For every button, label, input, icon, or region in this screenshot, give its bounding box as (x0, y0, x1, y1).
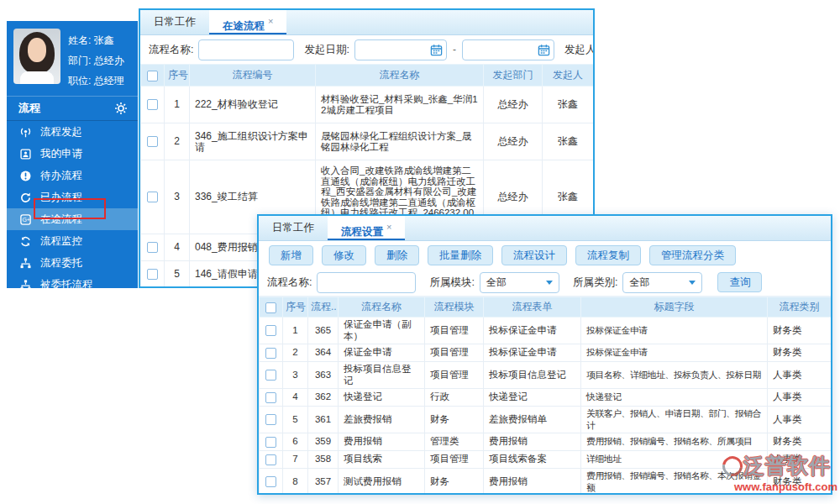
category-select-value: 全部 (629, 276, 649, 290)
cell-initiator: 张鑫 (543, 123, 594, 160)
user-dept-row: 部门: 总经办 (68, 50, 124, 71)
cell-flow-name: 快递登记 (339, 389, 425, 407)
table-row[interactable]: 6 359 费用报销 管理类 费用报销 费用报销、报销编号、报销名称、所属项目 … (260, 433, 832, 451)
cell-index: 6 (283, 433, 308, 451)
row-checkbox-cell (260, 344, 283, 362)
front-filterbar: 流程名称: 所属模块: 全部 所属类别: 全部 查询 (259, 269, 831, 297)
tab-daily-work[interactable]: 日常工作 (259, 216, 328, 240)
cell-flow-id: 365 (308, 318, 339, 344)
row-checkbox[interactable] (265, 437, 276, 448)
cell-flow-code: 222_材料验收登记 (190, 87, 316, 123)
toolbar-button[interactable]: 管理流程分类 (649, 245, 736, 265)
flow-name-input[interactable] (317, 272, 416, 293)
table-row[interactable]: 2 364 保证金申请 项目管理 投标保证金申请 投标保证金申请 财务类 (260, 344, 832, 362)
sidebar-item-pending-flows[interactable]: 待办流程 (7, 165, 138, 186)
flow-settings-window: 日常工作 流程设置× 新增修改删除批量删除流程设计流程复制管理流程分类 流程名称… (257, 214, 832, 495)
sidebar-item-completed-flows[interactable]: 已办流程 (7, 186, 138, 208)
column-header: 流程.. (308, 297, 339, 318)
cell-flow-module: 项目管理 (425, 362, 484, 389)
flow-name-input[interactable] (198, 39, 294, 60)
select-all-cell (260, 297, 283, 318)
user-profile: 姓名: 张鑫 部门: 总经办 职位: 总经理 (7, 21, 138, 96)
toolbar-button[interactable]: 修改 (322, 245, 366, 265)
row-checkbox[interactable] (147, 242, 158, 253)
cell-index: 3 (283, 362, 308, 389)
column-header: 流程模块 (425, 297, 484, 318)
search-button[interactable]: 查询 (717, 272, 762, 292)
cell-index: 2 (283, 344, 308, 362)
close-icon[interactable]: × (386, 222, 391, 232)
cell-index: 5 (283, 407, 308, 433)
sidebar-item-label: 待办流程 (40, 169, 82, 183)
table-row[interactable]: 1 365 保证金申请（副本） 项目管理 投标保证金申请 投标保证金申请 财务类 (260, 318, 832, 344)
sidebar-item-delegated-to-me-flows[interactable]: 被委托流程 (7, 274, 138, 288)
cell-flow-form: 投标项目信息登记 (484, 362, 581, 389)
row-checkbox[interactable] (147, 99, 158, 110)
tab-daily-work[interactable]: 日常工作 (140, 10, 209, 34)
row-checkbox[interactable] (265, 392, 276, 403)
table-row[interactable]: 3 363 投标项目信息登记 项目管理 投标项目信息登记 项目名称、详细地址、投… (260, 362, 832, 389)
table-row[interactable]: 7 358 项目线索 项目管理 项目线索备案 详细地址 人事类 (260, 451, 832, 469)
close-icon[interactable]: × (268, 16, 273, 26)
row-checkbox[interactable] (147, 192, 158, 202)
table-row[interactable]: 1 222_材料验收登记 材料验收登记_材料采购_张鑫_华润12城房建工程项目 … (141, 87, 594, 123)
row-checkbox[interactable] (265, 348, 276, 359)
gear-icon[interactable] (114, 102, 128, 115)
row-checkbox-cell (260, 318, 283, 344)
table-row[interactable]: 5 361 差旅费报销 财务 差旅费报销单 关联客户、报销人、申请日期、部门、报… (260, 407, 832, 433)
table-row[interactable]: 4 362 快递登记 行政 快递登记 快递登记 人事类 (260, 389, 832, 407)
sidebar-item-process-initiate[interactable]: 流程发起 (7, 121, 138, 143)
cell-flow-category: 人事类 (768, 451, 832, 469)
toolbar-button[interactable]: 批量删除 (428, 245, 493, 265)
sidebar-item-label: 已办流程 (40, 191, 82, 205)
toolbar-button[interactable]: 流程设计 (501, 245, 567, 265)
cell-index: 1 (165, 87, 190, 123)
cell-flow-module: 项目管理 (425, 318, 484, 344)
cell-index: 4 (283, 389, 308, 407)
row-checkbox[interactable] (265, 476, 276, 487)
row-checkbox-cell (260, 469, 283, 496)
monitor-refresh-icon (18, 234, 32, 248)
cell-flow-id: 362 (308, 389, 339, 407)
calendar-icon[interactable] (538, 44, 550, 56)
sidebar-item-flow-delegate[interactable]: 流程委托 (7, 252, 138, 274)
table-row[interactable]: 2 346_施工组织设计方案申请 晟铭园林绿化工程组织设计方案_晟铭园林绿化工程… (141, 123, 594, 160)
column-header: 流程名称 (339, 297, 425, 318)
row-checkbox[interactable] (265, 454, 276, 465)
cell-department: 总经办 (484, 123, 543, 160)
in-transit-icon: G+ (18, 213, 32, 226)
select-all-checkbox[interactable] (265, 302, 276, 313)
cell-flow-name: 差旅费报销 (339, 407, 425, 433)
category-select[interactable]: 全部 (622, 272, 702, 293)
user-avatar (13, 29, 60, 84)
toolbar-button[interactable]: 删除 (375, 245, 419, 265)
row-checkbox[interactable] (265, 370, 276, 381)
flow-name-label: 流程名称: (267, 276, 312, 290)
date-range-separator: - (453, 44, 456, 55)
cell-flow-module: 管理类 (425, 433, 484, 451)
cell-index: 5 (165, 261, 190, 288)
tab-flow-settings[interactable]: 流程设置× (328, 216, 405, 240)
sidebar-item-in-transit-flows[interactable]: G+ 在途流程 (7, 208, 138, 230)
table-row[interactable]: 8 357 测试费用报销 财务 费用报销 费用报销、报销编号、报销名称、本次报销… (260, 469, 832, 496)
svg-text:G+: G+ (22, 217, 30, 223)
toolbar-button[interactable]: 流程复制 (575, 245, 641, 265)
row-checkbox-cell (141, 288, 165, 289)
sidebar-item-flow-monitor[interactable]: 流程监控 (7, 230, 138, 252)
row-checkbox[interactable] (265, 325, 276, 336)
module-select[interactable]: 全部 (480, 272, 559, 293)
tab-in-transit-flow[interactable]: 在途流程× (209, 10, 286, 34)
sidebar-item-my-applications[interactable]: 我的申请 (7, 143, 138, 165)
calendar-icon[interactable] (430, 44, 443, 56)
cell-flow-category: 财务类 (768, 344, 832, 362)
select-all-checkbox[interactable] (147, 71, 158, 81)
row-checkbox[interactable] (147, 269, 158, 280)
row-checkbox[interactable] (147, 136, 158, 147)
toolbar-button[interactable]: 新增 (269, 245, 313, 265)
row-checkbox-cell (260, 433, 283, 451)
sidebar-section-title: 流程 (18, 96, 40, 121)
row-checkbox[interactable] (265, 414, 276, 425)
user-title: 总经理 (94, 75, 124, 87)
cell-title-fields: 项目名称、详细地址、投标负责人、投标日期 (581, 362, 768, 389)
cell-flow-category: 财务类 (768, 318, 832, 344)
